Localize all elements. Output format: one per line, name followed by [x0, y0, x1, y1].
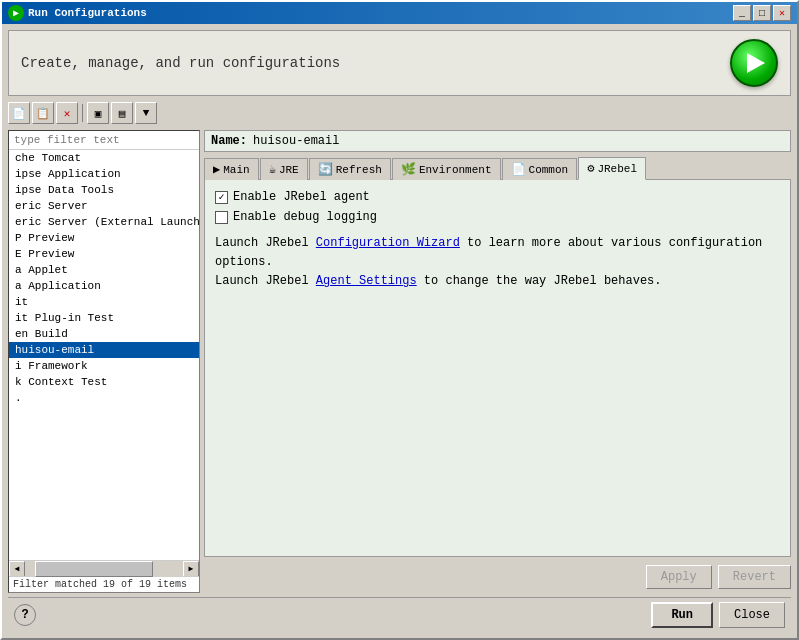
enable-jrebel-checkbox[interactable] [215, 191, 228, 204]
apply-button[interactable]: Apply [646, 565, 712, 589]
run-triangle-icon [747, 53, 765, 73]
window-close-button[interactable]: ✕ [773, 5, 791, 21]
enable-jrebel-label: Enable JRebel agent [233, 190, 370, 204]
expand-button[interactable]: ▤ [111, 102, 133, 124]
revert-button[interactable]: Revert [718, 565, 791, 589]
main-tab-icon: ▶ [213, 162, 220, 177]
tabs-area: ▶ Main ☕ JRE 🔄 Refresh 🌿 [204, 156, 791, 557]
footer-bar: ? Run Close [8, 597, 791, 632]
help-button[interactable]: ? [14, 604, 36, 626]
tab-environment[interactable]: 🌿 Environment [392, 158, 501, 180]
tab-common[interactable]: 📄 Common [502, 158, 578, 180]
filter-input[interactable] [9, 131, 199, 150]
title-bar-left: ▶ Run Configurations [8, 5, 147, 21]
header-area: Create, manage, and run configurations [8, 30, 791, 96]
new-configuration-button[interactable]: 📄 [8, 102, 30, 124]
app-icon: ▶ [8, 5, 24, 21]
name-value: huisou-email [253, 134, 784, 148]
tree-item-eric-server[interactable]: eric Server [9, 198, 199, 214]
info-line-1: Launch JRebel Configuration Wizard to le… [215, 234, 780, 272]
left-panel: che Tomcat ipse Application ipse Data To… [8, 130, 200, 593]
tab-main-label: Main [223, 164, 249, 176]
tab-common-label: Common [529, 164, 569, 176]
tab-jre-label: JRE [279, 164, 299, 176]
tab-jre[interactable]: ☕ JRE [260, 158, 308, 180]
header-title: Create, manage, and run configurations [21, 55, 340, 71]
tree-item-i-framework[interactable]: i Framework [9, 358, 199, 374]
enable-debug-label: Enable debug logging [233, 210, 377, 224]
tab-refresh[interactable]: 🔄 Refresh [309, 158, 391, 180]
tab-main[interactable]: ▶ Main [204, 158, 259, 180]
jrebel-tab-icon: ⚙ [587, 161, 594, 176]
tab-environment-label: Environment [419, 164, 492, 176]
bottom-bar: Apply Revert [204, 561, 791, 593]
tree-item-k-context[interactable]: k Context Test [9, 374, 199, 390]
jrebel-tab-content: Enable JRebel agent Enable debug logging… [204, 180, 791, 557]
run-main-button[interactable]: Run [651, 602, 713, 628]
common-tab-icon: 📄 [511, 162, 526, 177]
duplicate-button[interactable]: 📋 [32, 102, 54, 124]
scroll-thumb [35, 561, 153, 577]
delete-button[interactable]: ✕ [56, 102, 78, 124]
left-panel-footer: Filter matched 19 of 19 items [9, 576, 199, 592]
tree-item-it[interactable]: it [9, 294, 199, 310]
tree-item-it-plugin[interactable]: it Plug-in Test [9, 310, 199, 326]
enable-debug-checkbox[interactable] [215, 211, 228, 224]
maximize-button[interactable]: □ [753, 5, 771, 21]
window-title: Run Configurations [28, 7, 147, 19]
footer-buttons: Run Close [651, 602, 785, 628]
tree-item-huisou-email[interactable]: huisou-email [9, 342, 199, 358]
tree-item-ipse-app[interactable]: ipse Application [9, 166, 199, 182]
left-scrollbar: ◀ ▶ [9, 560, 199, 576]
tree-item-e-preview[interactable]: E Preview [9, 246, 199, 262]
tree-item-a-application[interactable]: a Application [9, 278, 199, 294]
scroll-right-button[interactable]: ▶ [183, 561, 199, 577]
toolbar-separator [82, 104, 83, 122]
tab-bar: ▶ Main ☕ JRE 🔄 Refresh 🌿 [204, 156, 791, 180]
main-content: che Tomcat ipse Application ipse Data To… [8, 130, 791, 593]
agent-settings-link[interactable]: Agent Settings [316, 274, 417, 288]
tree-item-a-applet[interactable]: a Applet [9, 262, 199, 278]
scroll-track[interactable] [25, 561, 183, 577]
tab-refresh-label: Refresh [336, 164, 382, 176]
toolbar: 📄 📋 ✕ ▣ ▤ ▼ [8, 100, 791, 126]
run-configurations-window: ▶ Run Configurations _ □ ✕ Create, manag… [0, 0, 799, 640]
enable-debug-row: Enable debug logging [215, 210, 780, 224]
info-text: Launch JRebel Configuration Wizard to le… [215, 234, 780, 292]
tree-item-ipse-data[interactable]: ipse Data Tools [9, 182, 199, 198]
info-line-2: Launch JRebel Agent Settings to change t… [215, 272, 780, 291]
tree-item-en-build[interactable]: en Build [9, 326, 199, 342]
env-tab-icon: 🌿 [401, 162, 416, 177]
config-wizard-link[interactable]: Configuration Wizard [316, 236, 460, 250]
tree-item-dot[interactable]: . [9, 390, 199, 406]
close-main-button[interactable]: Close [719, 602, 785, 628]
name-row: Name: huisou-email [204, 130, 791, 152]
title-bar: ▶ Run Configurations _ □ ✕ [2, 2, 797, 24]
tab-jrebel[interactable]: ⚙ JRebel [578, 157, 646, 180]
refresh-tab-icon: 🔄 [318, 162, 333, 177]
title-bar-buttons: _ □ ✕ [733, 5, 791, 21]
scroll-left-button[interactable]: ◀ [9, 561, 25, 577]
info-line2-prefix: Launch JRebel [215, 274, 316, 288]
tree-item-tomcat[interactable]: che Tomcat [9, 150, 199, 166]
tree-item-p-preview[interactable]: P Preview [9, 230, 199, 246]
jre-tab-icon: ☕ [269, 162, 276, 177]
right-panel: Name: huisou-email ▶ Main ☕ JRE [204, 130, 791, 593]
window-body: Create, manage, and run configurations 📄… [2, 24, 797, 638]
run-button[interactable] [730, 39, 778, 87]
minimize-button[interactable]: _ [733, 5, 751, 21]
dropdown-button[interactable]: ▼ [135, 102, 157, 124]
filter-status: Filter matched 19 of 19 items [13, 579, 187, 590]
tree-item-eric-server-ext[interactable]: eric Server (External Launch) [9, 214, 199, 230]
enable-jrebel-row: Enable JRebel agent [215, 190, 780, 204]
info-line2-suffix: to change the way JRebel behaves. [417, 274, 662, 288]
info-line1-prefix: Launch JRebel [215, 236, 316, 250]
collapse-button[interactable]: ▣ [87, 102, 109, 124]
tree-list: che Tomcat ipse Application ipse Data To… [9, 150, 199, 560]
tab-jrebel-label: JRebel [597, 163, 637, 175]
name-label: Name: [211, 134, 247, 148]
